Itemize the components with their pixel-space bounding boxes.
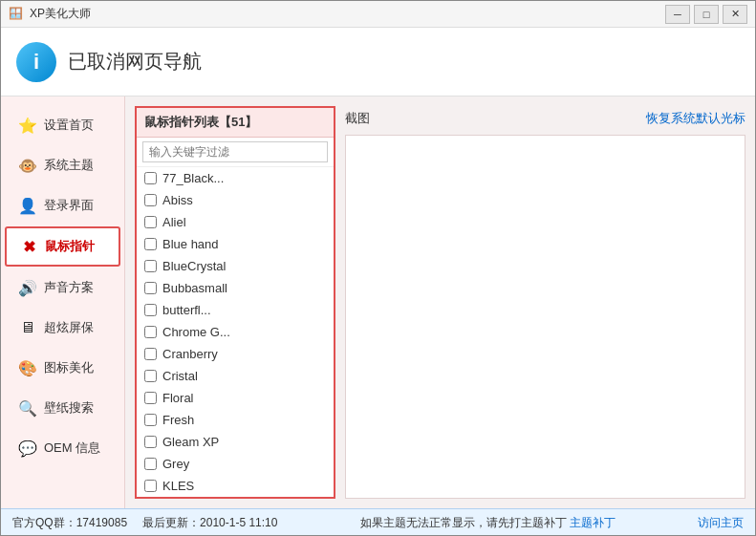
sidebar-icon-wallpaper: 🔍 (17, 397, 38, 418)
sidebar: ⭐ 设置首页 🐵 系统主题 👤 登录界面 ✖ 鼠标指针 🔊 声音方案 🖥 超炫屏… (1, 96, 125, 508)
list-item[interactable]: Bubbasmall (137, 277, 334, 299)
list-item-checkbox[interactable] (144, 480, 157, 492)
list-item-label: Grey (162, 457, 189, 471)
sidebar-item-settings-home[interactable]: ⭐ 设置首页 (5, 106, 120, 144)
list-panel-header: 鼠标指针列表【51】 (137, 108, 334, 138)
sidebar-icon-mouse-cursor: ✖ (18, 236, 39, 257)
list-item[interactable]: Blue hand (137, 233, 334, 255)
sidebar-label-sound-scheme: 声音方案 (44, 279, 94, 296)
status-left: 官方QQ群：17419085 最后更新：2010-1-5 11:10 (12, 515, 277, 531)
restore-cursor-button[interactable]: 恢复系统默认光标 (646, 110, 745, 127)
main-layout: ⭐ 设置首页 🐵 系统主题 👤 登录界面 ✖ 鼠标指针 🔊 声音方案 🖥 超炫屏… (1, 96, 755, 508)
list-item-checkbox[interactable] (144, 172, 157, 184)
list-item-checkbox[interactable] (144, 458, 157, 470)
list-item[interactable]: Floral (137, 387, 334, 409)
list-item-checkbox[interactable] (144, 436, 157, 448)
title-bar-controls: ─ □ ✕ (665, 5, 747, 24)
home-link[interactable]: 访问主页 (698, 515, 744, 531)
sidebar-label-mouse-cursor: 鼠标指针 (45, 238, 95, 255)
sidebar-icon-settings-home: ⭐ (17, 115, 38, 136)
list-item-checkbox[interactable] (144, 348, 157, 360)
list-item[interactable]: 77_Black... (137, 167, 334, 189)
title-bar: 🪟 XP美化大师 ─ □ ✕ (1, 1, 755, 28)
list-item-checkbox[interactable] (144, 414, 157, 426)
list-item-checkbox[interactable] (144, 216, 157, 228)
list-item[interactable]: Abiss (137, 189, 334, 211)
list-item[interactable]: Grey (137, 453, 334, 475)
preview-title: 截图 (345, 110, 370, 127)
patch-link[interactable]: 主题补丁 (570, 516, 616, 529)
list-item[interactable]: Fresh (137, 409, 334, 431)
sidebar-icon-screen-saver: 🖥 (17, 317, 38, 338)
list-item-checkbox[interactable] (144, 370, 157, 382)
search-input[interactable] (142, 141, 328, 162)
list-item-checkbox[interactable] (144, 260, 157, 272)
list-item-checkbox[interactable] (144, 304, 157, 316)
sidebar-label-wallpaper: 壁纸搜索 (44, 399, 94, 417)
sidebar-item-mouse-cursor[interactable]: ✖ 鼠标指针 (5, 226, 120, 267)
sidebar-item-wallpaper[interactable]: 🔍 壁纸搜索 (5, 389, 120, 427)
list-item-label: Gleam XP (162, 435, 219, 449)
header-icon: i (16, 42, 56, 82)
status-bar: 官方QQ群：17419085 最后更新：2010-1-5 11:10 如果主题无… (1, 508, 755, 536)
status-warning-area: 如果主题无法正常显示，请先打主题补丁 主题补丁 (360, 515, 616, 531)
maximize-button[interactable]: □ (694, 5, 719, 24)
list-item[interactable]: Chrome G... (137, 321, 334, 343)
minimize-button[interactable]: ─ (665, 5, 690, 24)
preview-panel: 截图 恢复系统默认光标 (345, 106, 745, 499)
title-bar-left: 🪟 XP美化大师 (9, 6, 91, 22)
list-item[interactable]: Cranberry (137, 343, 334, 365)
list-item-label: BlueCrystal (162, 259, 226, 273)
list-item-checkbox[interactable] (144, 282, 157, 294)
list-item-checkbox[interactable] (144, 392, 157, 404)
list-search (137, 138, 334, 167)
list-item-label: Floral (162, 391, 194, 405)
sidebar-icon-login-screen: 👤 (17, 195, 38, 216)
sidebar-item-oem-info[interactable]: 💬 OEM 信息 (5, 429, 120, 467)
sidebar-label-oem-info: OEM 信息 (44, 440, 100, 457)
sidebar-item-screen-saver[interactable]: 🖥 超炫屏保 (5, 309, 120, 347)
last-update: 最后更新：2010-1-5 11:10 (142, 515, 277, 531)
list-item[interactable]: BlueCrystal (137, 255, 334, 277)
preview-header: 截图 恢复系统默认光标 (345, 106, 745, 135)
sidebar-icon-icon-beauty: 🎨 (17, 357, 38, 378)
list-item-checkbox[interactable] (144, 326, 157, 338)
app-icon: 🪟 (9, 7, 24, 22)
sidebar-item-sound-scheme[interactable]: 🔊 声音方案 (5, 268, 120, 307)
list-item-label: Aliel (162, 215, 186, 229)
sidebar-item-system-theme[interactable]: 🐵 系统主题 (5, 146, 120, 184)
list-item-label: Fresh (162, 413, 194, 427)
list-item-label: Bubbasmall (162, 281, 227, 295)
list-item[interactable]: Aliel (137, 211, 334, 233)
list-item[interactable]: butterfl... (137, 299, 334, 321)
list-item-label: Abiss (162, 193, 193, 207)
list-panel: 鼠标指针列表【51】 77_Black... Abiss Aliel Blue … (135, 106, 335, 499)
sidebar-icon-system-theme: 🐵 (17, 155, 38, 176)
list-item-label: Cristal (162, 369, 198, 383)
header-title: 已取消网页导航 (68, 49, 202, 75)
sidebar-icon-sound-scheme: 🔊 (17, 277, 38, 298)
sidebar-label-settings-home: 设置首页 (44, 117, 94, 134)
list-items: 77_Black... Abiss Aliel Blue hand BlueCr… (137, 167, 334, 497)
qq-group: 官方QQ群：17419085 (12, 515, 127, 531)
list-item-label: Blue hand (162, 237, 219, 251)
list-item-checkbox[interactable] (144, 238, 157, 250)
close-button[interactable]: ✕ (723, 5, 747, 24)
list-item-checkbox[interactable] (144, 194, 157, 206)
preview-area (345, 135, 745, 499)
content-area: 鼠标指针列表【51】 77_Black... Abiss Aliel Blue … (125, 96, 755, 508)
sidebar-label-system-theme: 系统主题 (44, 157, 94, 174)
sidebar-label-login-screen: 登录界面 (44, 197, 94, 214)
list-item-label: KLES (162, 479, 194, 493)
warning-text: 如果主题无法正常显示，请先打主题补丁 (360, 516, 567, 529)
sidebar-icon-oem-info: 💬 (17, 438, 38, 459)
sidebar-label-icon-beauty: 图标美化 (44, 359, 94, 376)
list-item[interactable]: Cristal (137, 365, 334, 387)
list-item[interactable]: KLES (137, 475, 334, 497)
list-item[interactable]: Gleam XP (137, 431, 334, 453)
list-item-label: 77_Black... (162, 171, 224, 185)
list-item-label: Cranberry (162, 347, 218, 361)
sidebar-item-login-screen[interactable]: 👤 登录界面 (5, 186, 120, 225)
sidebar-item-icon-beauty[interactable]: 🎨 图标美化 (5, 349, 120, 387)
sidebar-label-screen-saver: 超炫屏保 (44, 319, 94, 336)
